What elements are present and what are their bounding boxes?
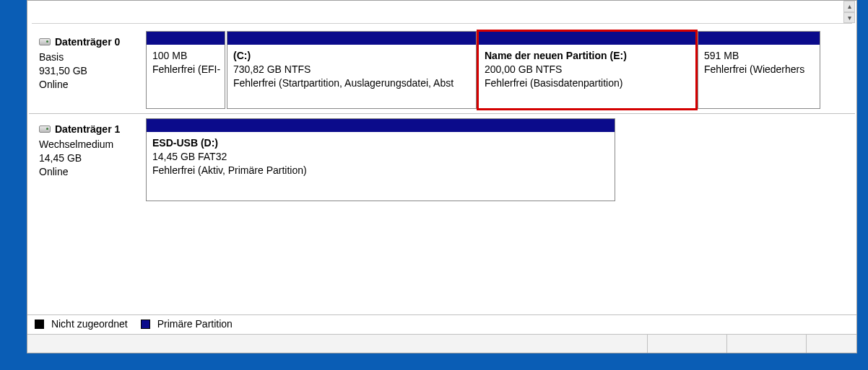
partitions-strip: ESD-USB (D:) 14,45 GB FAT32 Fehlerfrei (… <box>146 118 854 201</box>
partitions-strip: 100 MB Fehlerfrei (EFI- (C:) 730,82 GB N… <box>146 31 854 109</box>
scrollbar-vertical[interactable]: ▴ ▾ <box>843 1 855 23</box>
partition-color-bar <box>698 32 820 45</box>
partition-name: Name der neuen Partition (E:) <box>485 49 690 63</box>
partition-size: 591 MB <box>704 49 814 63</box>
disk-icon <box>39 38 51 45</box>
partition-name: ESD-USB (D:) <box>152 136 609 150</box>
scroll-down-button[interactable]: ▾ <box>843 12 855 24</box>
status-segment <box>806 335 856 353</box>
disk-status: Online <box>39 165 137 179</box>
disk-summary[interactable]: Datenträger 0 Basis 931,50 GB Online <box>29 27 144 113</box>
partition-recovery[interactable]: 591 MB Fehlerfrei (Wiederhers <box>698 31 820 109</box>
partition-c[interactable]: (C:) 730,82 GB NTFS Fehlerfrei (Startpar… <box>227 31 477 109</box>
disk-summary[interactable]: Datenträger 1 Wechselmedium 14,45 GB Onl… <box>29 114 144 206</box>
disk-type: Basis <box>39 50 137 64</box>
disk-row: Datenträger 1 Wechselmedium 14,45 GB Onl… <box>29 113 855 206</box>
legend-swatch-primary <box>141 320 150 329</box>
disk-row: Datenträger 0 Basis 931,50 GB Online 100… <box>29 27 855 113</box>
partition-efi[interactable]: 100 MB Fehlerfrei (EFI- <box>146 31 225 109</box>
partition-e-new[interactable]: Name der neuen Partition (E:) 200,00 GB … <box>478 31 696 109</box>
partition-name: (C:) <box>233 49 470 63</box>
status-segment <box>27 335 647 353</box>
partition-color-bar <box>147 32 225 45</box>
partition-color-bar <box>479 32 695 45</box>
disk-management-window: Datenträger 0 Basis 931,50 GB Online 100… <box>27 0 857 353</box>
partition-color-bar <box>147 119 615 132</box>
disk-header: Datenträger 0 <box>39 35 137 49</box>
legend: Nicht zugeordnet Primäre Partition <box>27 314 856 334</box>
legend-label: Primäre Partition <box>157 318 233 330</box>
partition-status: Fehlerfrei (EFI- <box>152 63 219 76</box>
partition-d-esd-usb[interactable]: ESD-USB (D:) 14,45 GB FAT32 Fehlerfrei (… <box>146 118 615 201</box>
disk-type: Wechselmedium <box>39 138 137 151</box>
disk-icon <box>39 125 51 133</box>
disk-capacity: 931,50 GB <box>39 64 137 78</box>
partition-status: Fehlerfrei (Startpartition, Auslagerungs… <box>233 76 470 90</box>
partition-status: Fehlerfrei (Wiederhers <box>704 63 814 76</box>
disk-header: Datenträger 1 <box>39 123 137 136</box>
status-segment <box>647 335 726 353</box>
disk-name: Datenträger 1 <box>55 123 120 136</box>
volume-list-panel[interactable] <box>32 1 852 24</box>
partition-size: 730,82 GB NTFS <box>233 63 470 76</box>
legend-swatch-unallocated <box>35 320 44 329</box>
legend-label: Nicht zugeordnet <box>51 318 128 330</box>
legend-item-primary: Primäre Partition <box>141 318 233 330</box>
partitions-container: 100 MB Fehlerfrei (EFI- (C:) 730,82 GB N… <box>144 27 855 113</box>
partition-size: 100 MB <box>152 49 219 63</box>
partitions-container: ESD-USB (D:) 14,45 GB FAT32 Fehlerfrei (… <box>144 114 855 206</box>
partition-status: Fehlerfrei (Basisdatenpartition) <box>485 76 690 90</box>
graphical-view: Datenträger 0 Basis 931,50 GB Online 100… <box>27 25 856 314</box>
disk-capacity: 14,45 GB <box>39 151 137 165</box>
partition-color-bar <box>227 32 476 45</box>
partition-size: 14,45 GB FAT32 <box>152 150 609 164</box>
disk-status: Online <box>39 78 137 92</box>
status-segment <box>726 335 806 353</box>
scroll-up-button[interactable]: ▴ <box>843 1 855 12</box>
disk-name: Datenträger 0 <box>55 35 120 49</box>
partition-size: 200,00 GB NTFS <box>485 63 690 76</box>
partition-status: Fehlerfrei (Aktiv, Primäre Partition) <box>152 164 609 177</box>
status-bar <box>27 334 856 353</box>
legend-item-unallocated: Nicht zugeordnet <box>35 318 128 330</box>
